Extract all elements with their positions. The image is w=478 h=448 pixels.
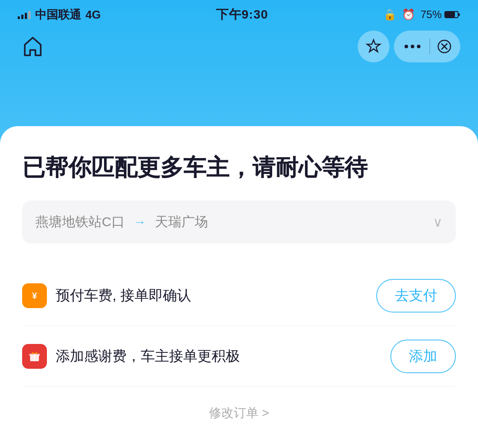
more-button[interactable] <box>401 45 424 48</box>
lock-icon: 🔒 <box>383 8 397 21</box>
route-destination: 天瑞广场 <box>155 213 424 231</box>
svg-rect-2 <box>459 13 460 16</box>
prepay-icon: ¥ <box>22 283 47 308</box>
clock: 下午9:30 <box>216 6 268 23</box>
divider <box>429 39 430 54</box>
alarm-icon: ⏰ <box>402 8 415 21</box>
status-right: 🔒 ⏰ 75% <box>383 8 460 21</box>
home-button[interactable] <box>18 31 48 62</box>
dot2 <box>411 45 414 48</box>
network-label: 4G <box>85 8 101 22</box>
battery-icon <box>444 10 460 19</box>
svg-rect-9 <box>34 354 35 361</box>
nav-bar <box>0 27 478 66</box>
add-tip-button[interactable]: 添加 <box>390 340 456 373</box>
close-icon <box>437 39 451 54</box>
status-bar: 中国联通 4G 下午9:30 🔒 ⏰ 75% <box>0 0 478 27</box>
dot1 <box>405 45 408 48</box>
yuan-icon: ¥ <box>27 288 42 303</box>
dot3 <box>417 45 420 48</box>
svg-text:¥: ¥ <box>32 291 37 301</box>
modify-order-row[interactable]: 修改订单 > <box>22 387 456 426</box>
nav-right-buttons <box>358 31 460 62</box>
tip-icon <box>22 344 47 369</box>
more-close-group[interactable] <box>394 31 460 62</box>
battery-container: 75% <box>420 8 460 21</box>
battery-percent: 75% <box>420 8 442 21</box>
home-icon <box>21 35 44 58</box>
tip-action-row: 添加感谢费，车主接单更积极 添加 <box>22 326 456 387</box>
status-left: 中国联通 4G <box>18 7 101 23</box>
signal-icon <box>18 10 31 19</box>
time-label: 下午9:30 <box>216 8 268 21</box>
prepay-action-row: ¥ 预付车费, 接单即确认 去支付 <box>22 266 456 326</box>
main-card: 已帮你匹配更多车主，请耐心等待 燕塘地铁站C口 → 天瑞广场 ∨ ¥ 预付车费,… <box>0 126 478 448</box>
carrier-label: 中国联通 <box>35 7 81 23</box>
svg-rect-1 <box>445 12 455 17</box>
star-icon <box>366 39 382 54</box>
favorite-button[interactable] <box>358 31 389 62</box>
close-button[interactable] <box>436 38 453 55</box>
modify-order-label: 修改订单 <box>209 405 258 421</box>
route-origin: 燕塘地铁站C口 <box>35 213 125 231</box>
gift-icon <box>27 349 42 364</box>
modify-order-arrow-icon: > <box>262 406 269 420</box>
pay-button[interactable]: 去支付 <box>376 279 456 313</box>
route-row[interactable]: 燕塘地铁站C口 → 天瑞广场 ∨ <box>22 201 456 243</box>
tip-text: 添加感谢费，车主接单更积极 <box>56 347 382 366</box>
prepay-text: 预付车费, 接单即确认 <box>56 286 367 305</box>
route-chevron-icon: ∨ <box>433 214 443 230</box>
route-arrow-icon: → <box>134 215 146 229</box>
card-title: 已帮你匹配更多车主，请耐心等待 <box>22 153 456 183</box>
